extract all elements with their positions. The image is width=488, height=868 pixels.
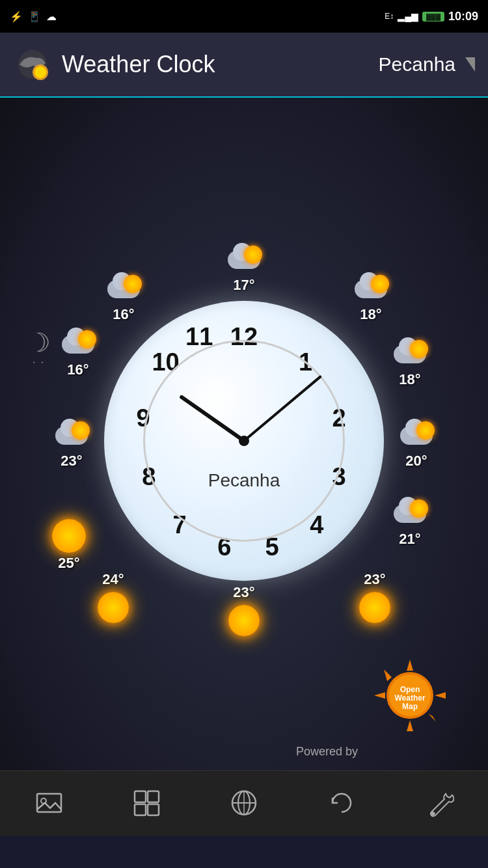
- weather-icon-left-top: [59, 330, 98, 359]
- weather-item-left-bottom: 25°: [52, 519, 86, 572]
- weather-icon-top: [224, 245, 264, 275]
- svg-text:Map: Map: [402, 702, 418, 711]
- weather-item-left: 23°: [52, 421, 91, 469]
- svg-marker-3: [407, 660, 413, 671]
- svg-rect-16: [37, 794, 61, 812]
- nav-item-settings[interactable]: [413, 784, 465, 823]
- svg-point-26: [431, 813, 434, 815]
- weather-item-right: 20°: [397, 421, 436, 469]
- svg-point-2: [34, 66, 46, 78]
- data-icon: E↕: [385, 12, 394, 21]
- cloud-icon: ☁: [46, 10, 57, 23]
- svg-text:Open: Open: [400, 685, 420, 694]
- sim-icon: 📱: [28, 10, 41, 23]
- app-logo-svg: [13, 45, 52, 84]
- app-title: Weather Clock: [62, 51, 379, 78]
- clock-center-dot: [239, 436, 249, 446]
- svg-marker-5: [374, 692, 385, 699]
- weather-item-top-left: 16°: [104, 275, 143, 323]
- svg-marker-6: [435, 692, 446, 699]
- app-location: Pecanha: [379, 53, 455, 76]
- open-weather-map-button[interactable]: Open Weather Map: [371, 656, 449, 735]
- weather-icon-right-bottom: [390, 499, 429, 529]
- nav-item-widgets[interactable]: [120, 784, 172, 823]
- weather-icon-bottom: [228, 605, 260, 636]
- owm-sun-svg: Open Weather Map: [371, 656, 449, 735]
- svg-rect-21: [148, 804, 159, 815]
- weather-item-bottom-right: 23°: [359, 571, 390, 623]
- weather-icon-top-left: [104, 275, 143, 304]
- weather-icon-bottom-right: [359, 592, 390, 623]
- svg-rect-18: [135, 791, 146, 802]
- weather-item-bottom: 23°: [228, 584, 260, 636]
- clock-city-label: Pecanha: [208, 470, 280, 491]
- widgets-icon: [132, 789, 161, 818]
- bottom-nav-bar: [0, 770, 488, 835]
- svg-marker-9: [428, 669, 436, 677]
- weather-item-bottom-left: 24°: [98, 571, 129, 623]
- app-logo: [13, 45, 52, 84]
- weather-item-right-bottom: 21°: [390, 499, 429, 548]
- nav-item-refresh[interactable]: [316, 784, 368, 823]
- weather-item-right-top: 18°: [390, 340, 429, 388]
- svg-marker-4: [407, 720, 413, 731]
- battery-icon: ▓▓▓: [422, 12, 444, 21]
- weather-icon-left: [52, 421, 91, 451]
- nav-item-wallpaper[interactable]: [23, 784, 75, 823]
- weather-icon-top-right: [351, 275, 390, 304]
- app-bar: Weather Clock Pecanha: [0, 33, 488, 98]
- stars: · ·: [33, 357, 45, 367]
- dropdown-arrow-icon[interactable]: [465, 57, 475, 72]
- status-left-icons: ⚡ 📱 ☁: [10, 10, 57, 23]
- main-content: ☽ · · 17° 16° 18°: [0, 98, 488, 835]
- weather-icon-right-top: [390, 340, 429, 369]
- weather-item-left-top: 16°: [59, 330, 98, 378]
- svg-marker-8: [428, 714, 436, 721]
- weather-icon-right: [397, 421, 436, 451]
- svg-rect-19: [148, 791, 159, 802]
- status-time: 10:09: [448, 10, 478, 23]
- nav-item-globe[interactable]: [218, 784, 270, 823]
- svg-marker-7: [384, 669, 392, 681]
- clock-container: 17° 16° 18° 18° 20°: [49, 239, 439, 643]
- weather-icon-bottom-left: [98, 592, 129, 623]
- globe-icon: [230, 789, 259, 818]
- weather-icon-left-bottom: [52, 519, 86, 553]
- svg-rect-20: [135, 804, 146, 815]
- signal-bars: ▂▄▆: [398, 11, 418, 21]
- refresh-icon: [327, 789, 357, 818]
- svg-text:Weather: Weather: [394, 693, 425, 703]
- wallpaper-icon: [34, 789, 64, 818]
- weather-item-top-right: 18°: [351, 275, 390, 323]
- svg-marker-10: [384, 714, 392, 721]
- moon-icon: ☽: [27, 328, 51, 357]
- clock-face[interactable]: 12 1 2 3 4 5 6 7 8 9 10 11 Pecanha: [104, 301, 384, 581]
- status-right: E↕ ▂▄▆ ▓▓▓ 10:09: [385, 10, 478, 23]
- usb-icon: ⚡: [10, 10, 23, 23]
- wrench-icon: [425, 789, 454, 818]
- status-bar: ⚡ 📱 ☁ E↕ ▂▄▆ ▓▓▓ 10:09: [0, 0, 488, 33]
- owm-sun-outer[interactable]: Open Weather Map: [371, 656, 449, 735]
- weather-item-top: 17°: [224, 245, 264, 294]
- powered-by-label: Powered by: [296, 745, 358, 759]
